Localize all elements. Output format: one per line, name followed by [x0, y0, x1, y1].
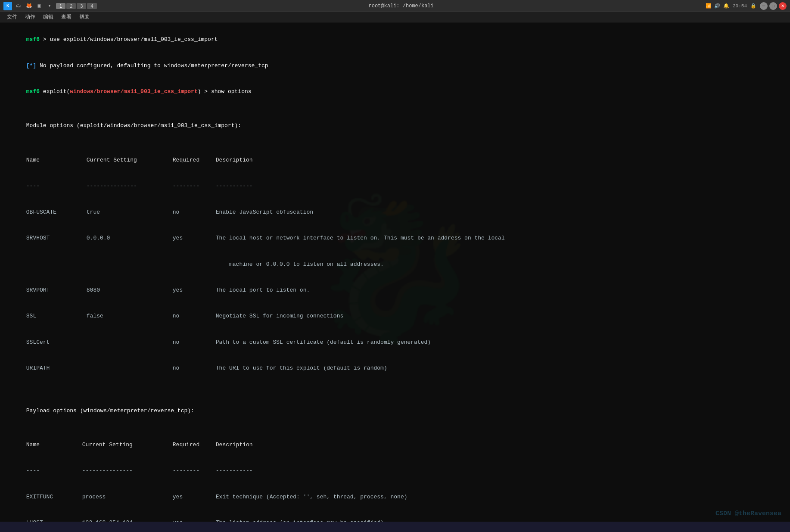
- module-row-uripath: URIPATH noThe URI to use for this exploi…: [6, 355, 784, 381]
- mod-ssl-setting: false: [87, 312, 173, 320]
- mod-obfuscate-name: OBFUSCATE: [26, 208, 87, 217]
- module-row-sslcert: SSLCert noPath to a custom SSL certifica…: [6, 330, 784, 355]
- pay-exitfunc-setting: process: [82, 493, 173, 501]
- mod-sslcert-name: SSLCert: [26, 338, 87, 347]
- mod-srvhost-cont-pad3: [173, 260, 216, 269]
- pay-underline-name: ----: [26, 467, 82, 475]
- empty-4: [6, 389, 784, 398]
- mod-obfuscate-required: no: [173, 208, 216, 217]
- pay-lhost-desc: The listen address (an interface may be …: [216, 520, 384, 522]
- mod-uripath-desc: The URI to use for this exploit (default…: [216, 365, 387, 371]
- pay-exitfunc-desc: Exit technique (Accepted: '', seh, threa…: [216, 494, 407, 500]
- mod-uripath-required: no: [173, 364, 216, 373]
- clock: 20:54: [733, 3, 747, 9]
- kali-icon[interactable]: K: [3, 2, 12, 10]
- chevron-down-icon[interactable]: ▼: [45, 1, 54, 11]
- empty-2: [6, 139, 784, 147]
- mod-uripath-name: URIPATH: [26, 364, 87, 373]
- mod-sslcert-desc: Path to a custom SSL certificate (defaul…: [216, 339, 431, 345]
- mod-srvport-setting: 8080: [87, 286, 173, 295]
- terminal-content: msf6 > use exploit/windows/browser/ms11_…: [6, 27, 784, 522]
- mod-underline-desc: -----------: [216, 183, 253, 189]
- module-row-obfuscate: OBFUSCATEtruenoEnable JavaScript obfusca…: [6, 199, 784, 225]
- window-controls: ─ □ ✕: [760, 2, 787, 10]
- module-row-srvhost: SRVHOST0.0.0.0yesThe local host or netwo…: [6, 225, 784, 251]
- tab-2[interactable]: 2: [66, 3, 76, 9]
- pay-col-required-header: Required: [173, 441, 216, 449]
- mod-ssl-name: SSL: [26, 312, 87, 320]
- browser-icon[interactable]: 🦊: [24, 1, 34, 11]
- pay-underline-required: --------: [173, 467, 216, 475]
- mod-ssl-required: no: [173, 312, 216, 320]
- tab-4[interactable]: 4: [87, 3, 96, 9]
- payload-options-text: Payload options (windows/meterpreter/rev…: [26, 408, 194, 414]
- mod-srvport-desc: The local port to listen on.: [216, 287, 310, 293]
- window-title: root@kali: /home/kali: [100, 3, 703, 9]
- empty-3: [6, 381, 784, 389]
- module-table-underline: --------------------------------------: [6, 173, 784, 199]
- exploit-name-1: windows/browser/ms11_003_ie_css_import: [70, 88, 197, 95]
- mod-srvhost-desc: The local host or network interface to l…: [216, 235, 505, 241]
- pay-lhost-setting: 192.168.254.134: [82, 519, 173, 522]
- taskbar-icons: 🗂 🦊 ▣ ▼: [14, 1, 54, 11]
- payload-row-lhost: LHOST192.168.254.134yesThe listen addres…: [6, 510, 784, 522]
- files-icon[interactable]: 🗂: [14, 1, 23, 11]
- menu-view[interactable]: 查看: [58, 12, 75, 22]
- mod-col-desc-header: Description: [216, 157, 253, 163]
- mod-srvhost-name: SRVHOST: [26, 234, 87, 243]
- prompt-msf6-1: msf6: [26, 36, 40, 43]
- system-bar: K 🗂 🦊 ▣ ▼ 1 2 3 4 root@kali: /home/kali …: [0, 0, 790, 12]
- mod-obfuscate-setting: true: [87, 208, 173, 217]
- empty-1: [6, 105, 784, 113]
- minimize-button[interactable]: ─: [760, 2, 768, 10]
- exploit-suffix: ): [198, 88, 201, 95]
- show-options-cmd: > show options: [201, 88, 252, 95]
- menu-action[interactable]: 动作: [22, 12, 39, 22]
- mod-srvhost-setting: 0.0.0.0: [87, 234, 173, 243]
- payload-table-headers: NameCurrent SettingRequiredDescription: [6, 432, 784, 458]
- system-bar-right: 📶 🔊 🔔 20:54 🔒 ─ □ ✕: [706, 2, 787, 10]
- tab-1[interactable]: 1: [56, 3, 65, 9]
- mod-underline-required: --------: [173, 182, 216, 190]
- menu-bar: 文件 动作 编辑 查看 帮助: [0, 12, 790, 22]
- module-options-text: Module options (exploit/windows/browser/…: [26, 122, 241, 129]
- show-options-line: msf6 exploit(windows/browser/ms11_003_ie…: [6, 79, 784, 105]
- menu-help[interactable]: 帮助: [76, 12, 93, 22]
- tab-3[interactable]: 3: [77, 3, 86, 9]
- mod-srvhost-cont-desc: machine or 0.0.0.0 to listen on all addr…: [216, 261, 384, 268]
- maximize-button[interactable]: □: [769, 2, 777, 10]
- system-bar-left: K 🗂 🦊 ▣ ▼ 1 2 3 4: [3, 1, 97, 11]
- cmd-use-line: msf6 > use exploit/windows/browser/ms11_…: [6, 27, 784, 53]
- menu-edit[interactable]: 编辑: [40, 12, 57, 22]
- pay-col-desc-header: Description: [216, 442, 253, 448]
- pay-underline-desc: -----------: [216, 467, 253, 474]
- terminal-icon[interactable]: ▣: [34, 1, 44, 11]
- mod-srvhost-required: yes: [173, 234, 216, 243]
- pay-lhost-name: LHOST: [26, 519, 82, 522]
- pay-underline-setting: ---------------: [82, 467, 173, 475]
- payload-options-header: Payload options (windows/meterpreter/rev…: [6, 398, 784, 423]
- pay-exitfunc-required: yes: [173, 493, 216, 501]
- cmd-use-text: > use exploit/windows/browser/ms11_003_i…: [40, 36, 218, 43]
- menu-file[interactable]: 文件: [3, 12, 21, 22]
- mod-obfuscate-desc: Enable JavaScript obfuscation: [216, 209, 313, 215]
- mod-ssl-desc: Negotiate SSL for incoming connections: [216, 313, 343, 319]
- module-row-srvhost-cont: machine or 0.0.0.0 to listen on all addr…: [6, 251, 784, 277]
- mod-col-setting-header: Current Setting: [87, 156, 173, 165]
- module-table-headers: NameCurrent SettingRequiredDescription: [6, 147, 784, 173]
- empty-5: [6, 424, 784, 432]
- lock-icon: 🔒: [750, 3, 756, 9]
- mod-underline-name: ----: [26, 182, 87, 190]
- mod-col-name-header: Name: [26, 156, 87, 165]
- payload-row-exitfunc: EXITFUNCprocessyesExit technique (Accept…: [6, 484, 784, 510]
- mod-srvhost-cont-pad1: [26, 260, 87, 269]
- no-payload-text: No payload configured, defaulting to win…: [36, 62, 268, 69]
- pay-col-setting-header: Current Setting: [82, 441, 173, 449]
- status-icons: 📶 🔊 🔔: [706, 3, 729, 9]
- close-button[interactable]: ✕: [779, 2, 787, 10]
- terminal[interactable]: 🐉 msf6 > use exploit/windows/browser/ms1…: [0, 22, 790, 522]
- pay-col-name-header: Name: [26, 441, 82, 449]
- mod-srvhost-cont-pad2: [87, 260, 173, 269]
- mod-col-required-header: Required: [173, 156, 216, 165]
- prompt-msf6-2: msf6: [26, 88, 40, 95]
